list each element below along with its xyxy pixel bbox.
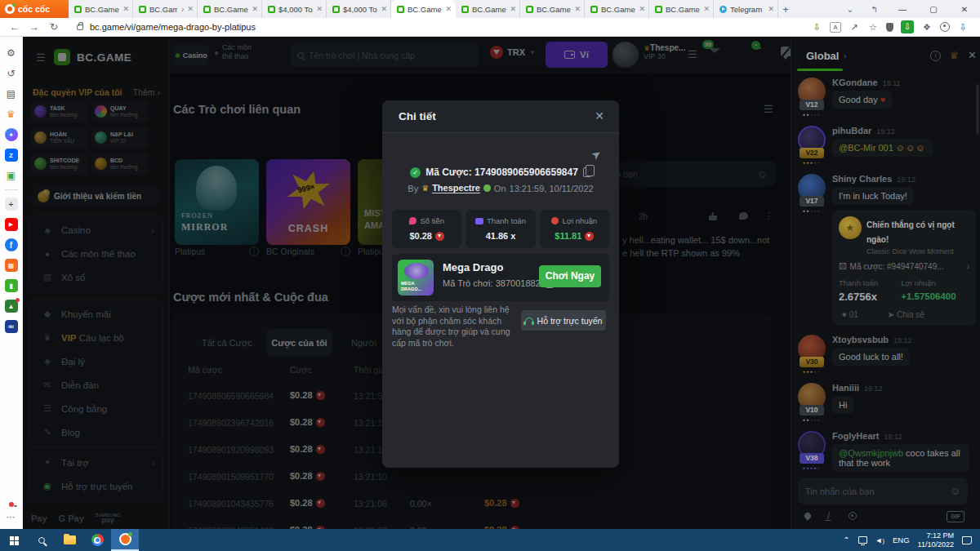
tab-close-icon[interactable]: ✕ [252, 5, 258, 13]
network-icon[interactable] [858, 536, 867, 544]
game-thumbnail[interactable]: MEGA DRAGO... [398, 260, 434, 295]
browser-tab[interactable]: BC.Game ✕ [649, 0, 714, 18]
tiki-icon[interactable]: tiki [5, 320, 18, 333]
tab-favicon [203, 6, 211, 13]
live-support-button[interactable]: Hỗ trợ trực tuyến [521, 310, 606, 331]
settings-gear-icon[interactable]: ⚙ [5, 47, 18, 60]
bookmark-star-icon[interactable]: ☆ [867, 22, 879, 33]
modal-close-icon[interactable]: ✕ [595, 109, 604, 122]
action-center-icon[interactable] [962, 536, 972, 544]
new-tab-button[interactable]: + [778, 0, 793, 18]
browser-tab[interactable]: BC.Gam ♪ ✕ [133, 0, 198, 18]
tab-close-icon[interactable]: ✕ [316, 5, 323, 13]
browser-tab[interactable]: BC.Game ✕ [520, 0, 585, 18]
reload-icon[interactable]: ↻ [44, 21, 64, 33]
tab-audio-icon[interactable]: ♪ [180, 6, 184, 13]
battery-saver-icon[interactable]: ▮ [5, 279, 18, 292]
language-indicator[interactable]: ENG [893, 535, 910, 544]
lock-icon[interactable] [77, 24, 83, 30]
browser-tabs: BC.Game ✕ BC.Gam ♪ ✕ BC.Game ✕ [69, 0, 778, 18]
tray-expand-icon[interactable]: ⌃ [843, 535, 849, 544]
tab-title: $4,000 Top [343, 5, 377, 14]
browser-tab[interactable]: BC.Game ✕ [69, 0, 133, 18]
tab-close-icon[interactable]: ✕ [381, 5, 387, 13]
extensions-icon[interactable]: ❖ [921, 22, 933, 33]
tab-title: BC.Game [666, 5, 700, 14]
verified-check-icon: ✓ [410, 167, 421, 178]
bet-datetime: 13:21:59, 10/11/2022 [510, 184, 594, 193]
browser-tab[interactable]: BC.Game ✕ [391, 0, 456, 18]
tab-close-icon[interactable]: ✕ [510, 5, 516, 13]
bet-details-modal: Chi tiết ✕ ➤ ✓ Mã Cược: 1749089065906659… [382, 100, 619, 468]
tab-title: Telegram [730, 5, 764, 14]
messenger-icon[interactable]: ✦ [5, 128, 18, 141]
translate-icon[interactable]: A [830, 22, 841, 33]
browser-tab[interactable]: Telegram ✕ [714, 0, 778, 18]
tab-history-icon[interactable]: ↰ [862, 5, 887, 14]
tab-close-icon[interactable]: ✕ [574, 5, 581, 13]
browser-tab[interactable]: BC.Game ✕ [198, 0, 262, 18]
volume-icon[interactable]: ◄) [875, 536, 884, 544]
shopee-icon[interactable]: ▦ [5, 259, 18, 272]
share-icon[interactable]: ↗ [849, 22, 860, 33]
modal-backdrop-chat[interactable] [791, 37, 980, 529]
browser-tab[interactable]: BC.Game ✕ [585, 0, 649, 18]
taskbar-search-icon[interactable] [28, 529, 56, 551]
back-icon[interactable]: ← [5, 21, 24, 33]
forward-icon[interactable]: → [24, 21, 44, 33]
history-icon[interactable]: ↺ [5, 67, 18, 80]
stat-label: Lợi nhuận [562, 216, 597, 225]
stat-card: Thanh toán 41.86 x [466, 210, 535, 248]
clock[interactable]: 7:12 PM11/10/2022 [918, 531, 954, 549]
profile-icon[interactable] [940, 22, 950, 32]
tab-close-icon[interactable]: ✕ [445, 5, 452, 13]
copy-icon[interactable] [583, 167, 591, 177]
tab-close-icon[interactable]: ✕ [122, 5, 129, 13]
screen: cốc cốc BC.Game ✕ BC.Gam ♪ ✕ [0, 0, 980, 551]
tab-close-icon[interactable]: ✕ [768, 5, 774, 13]
modal-share-icon[interactable]: ➤ [589, 146, 604, 162]
minimize-button[interactable]: — [887, 0, 918, 18]
url-text[interactable]: bc.game/vi/game/mega-drago-by-platipus [90, 22, 256, 32]
add-shortcut-icon[interactable]: + [5, 198, 18, 211]
tab-close-icon[interactable]: ✕ [187, 5, 194, 13]
adblock-shield-icon[interactable] [886, 23, 893, 32]
file-explorer-icon[interactable] [56, 529, 83, 551]
coccoc-brand[interactable]: cốc cốc [0, 0, 69, 18]
games-icon[interactable]: ▣ [5, 169, 18, 182]
tab-close-icon[interactable]: ✕ [703, 5, 710, 13]
coccoc-taskbar-icon[interactable] [111, 529, 139, 551]
tab-favicon [268, 6, 275, 13]
browser-tab[interactable]: $4,000 Top ✕ [327, 0, 391, 18]
modal-header: Chi tiết ✕ [382, 100, 619, 133]
tab-favicon [461, 6, 469, 13]
save-page-icon[interactable]: ⇩ [811, 22, 822, 33]
close-button[interactable]: ✕ [949, 0, 980, 18]
stat-value: 41.86 x [486, 231, 516, 241]
study-icon[interactable]: ▲ [5, 300, 18, 313]
bet-id-text: Mã Cược: 1749089065906659847 [425, 167, 578, 178]
facebook-icon[interactable]: f [5, 238, 18, 251]
zalo-icon[interactable]: Z [5, 149, 18, 162]
trx-icon [585, 232, 594, 241]
browser-tab[interactable]: $4,000 Top ✕ [262, 0, 327, 18]
start-button[interactable] [0, 529, 28, 551]
modal-title: Chi tiết [399, 110, 436, 122]
browser-tab[interactable]: BC.Game ✕ [456, 0, 520, 18]
youtube-icon[interactable]: ▶ [5, 218, 18, 231]
feed-icon[interactable]: ▤ [5, 87, 18, 100]
play-now-button[interactable]: Chơi Ngay [539, 265, 601, 287]
address-bar-actions: ⇩ A ↗ ☆ ⇩ ❖ ⇩ [811, 20, 980, 33]
tab-close-icon[interactable]: ✕ [639, 5, 645, 13]
sidebar-divider [5, 189, 18, 190]
player-name[interactable]: Thespectre [432, 183, 480, 193]
crown-vip-icon[interactable]: ♛ [5, 108, 18, 121]
tab-title: BC.Game [537, 5, 571, 14]
chrome-icon[interactable] [83, 529, 111, 551]
download-manager-icon[interactable]: ⇩ [901, 20, 914, 33]
headset-icon [525, 318, 533, 324]
tab-search-icon[interactable]: ⌄ [838, 5, 862, 14]
sidebar-more-icon[interactable]: ⋯ [7, 512, 16, 522]
downloads-tray-icon[interactable]: ⇩ [957, 22, 969, 33]
maximize-button[interactable]: ▢ [918, 0, 949, 18]
